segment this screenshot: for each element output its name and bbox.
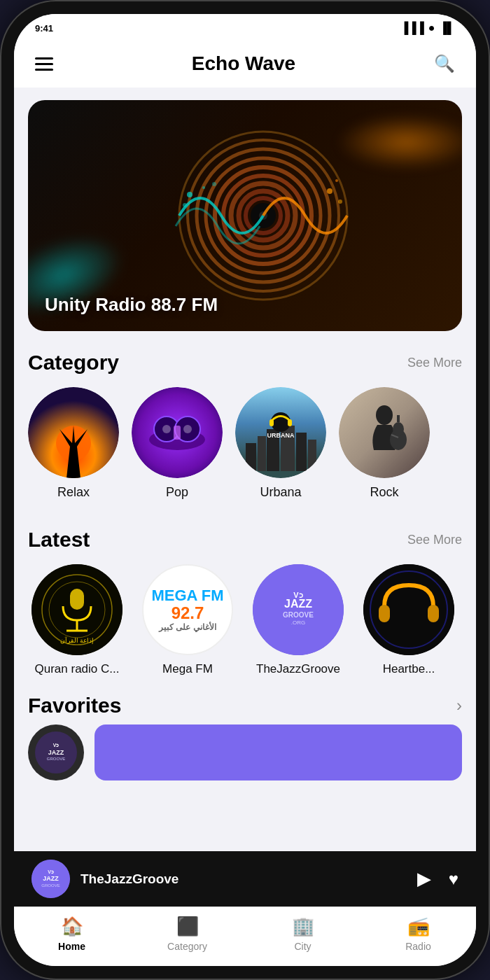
- hero-banner[interactable]: Unity Radio 88.7 FM: [28, 100, 462, 331]
- phone-frame: 9:41 ▐▐▐ ● ▐▌ Echo Wave 🔍: [0, 0, 490, 980]
- nav-item-city[interactable]: 🏢 City: [245, 916, 360, 952]
- category-item-relax[interactable]: Relax: [28, 387, 119, 500]
- nav-item-category[interactable]: ⬛ Category: [130, 916, 245, 952]
- category-section: Category See More: [14, 344, 476, 507]
- svg-point-13: [202, 186, 205, 189]
- status-bar: 9:41 ▐▐▐ ● ▐▌: [14, 14, 476, 42]
- hero-station-name: Unity Radio 88.7 FM: [45, 294, 218, 316]
- nav-label-home: Home: [58, 941, 85, 952]
- svg-point-43: [393, 422, 404, 436]
- status-icons: ▐▐▐ ● ▐▌: [400, 22, 455, 34]
- svg-point-14: [212, 182, 216, 186]
- svg-point-17: [335, 179, 338, 182]
- latest-header: Latest See More: [28, 528, 462, 552]
- latest-circle-quran: إذاعة القرآن: [31, 564, 122, 655]
- latest-label-heartbeat: Heartbe...: [360, 662, 458, 676]
- radio-icon: 📻: [407, 916, 430, 937]
- latest-item-heartbeat[interactable]: Heartbe...: [360, 564, 458, 676]
- svg-point-27: [183, 425, 192, 433]
- wifi-icon: ●: [428, 22, 435, 34]
- favorite-button[interactable]: ♥: [449, 869, 458, 889]
- now-playing-thumb: Vɔ JAZZ GROOVE: [31, 860, 70, 898]
- now-playing-bar: Vɔ JAZZ GROOVE TheJazzGroove ▶ ♥: [14, 851, 476, 906]
- svg-rect-30: [246, 443, 256, 471]
- svg-text:JAZZ: JAZZ: [284, 598, 312, 610]
- svg-rect-60: [428, 605, 439, 622]
- latest-row: إذاعة القرآن Quran radio C... MEGA FM 92…: [28, 564, 462, 683]
- svg-rect-38: [288, 419, 292, 426]
- search-button[interactable]: 🔍: [434, 54, 455, 74]
- favorites-preview: Vɔ JAZZ GROOVE: [14, 724, 476, 794]
- svg-text:URBANA: URBANA: [267, 432, 295, 439]
- svg-rect-34: [296, 433, 307, 471]
- favorites-title: Favorites: [28, 694, 121, 718]
- svg-rect-31: [258, 436, 266, 471]
- city-icon: 🏢: [292, 916, 314, 937]
- splash-orange: [336, 114, 462, 170]
- menu-button[interactable]: [35, 57, 53, 71]
- category-label-rock: Rock: [370, 485, 398, 500]
- app-title: Echo Wave: [192, 52, 295, 75]
- latest-see-more[interactable]: See More: [407, 533, 462, 547]
- nav-label-city: City: [294, 941, 311, 952]
- svg-rect-59: [379, 605, 390, 622]
- vinyl-art: [172, 125, 354, 307]
- svg-point-53: [253, 564, 344, 655]
- play-button[interactable]: ▶: [417, 868, 431, 890]
- mega-logo: MEGA FM 92.7 الأغاني على كبير: [151, 587, 223, 632]
- latest-circle-heartbeat: [363, 564, 454, 655]
- svg-rect-49: [70, 589, 84, 610]
- status-time: 9:41: [35, 23, 53, 34]
- favorites-header: Favorites ›: [14, 683, 476, 724]
- header: Echo Wave 🔍: [14, 42, 476, 88]
- svg-text:GROOVE: GROOVE: [283, 611, 314, 619]
- latest-label-jazz: TheJazzGroove: [249, 662, 347, 676]
- category-header: Category See More: [28, 351, 462, 374]
- svg-text:GROOVE: GROOVE: [47, 757, 65, 761]
- category-title: Category: [28, 351, 119, 374]
- svg-point-11: [187, 192, 192, 197]
- now-playing-station: TheJazzGroove: [80, 872, 407, 887]
- latest-label-quran: Quran radio C...: [28, 662, 126, 676]
- main-content: Unity Radio 88.7 FM Category See More: [14, 88, 476, 851]
- home-icon: 🏠: [61, 916, 83, 937]
- latest-title: Latest: [28, 528, 90, 552]
- latest-label-mega: Mega FM: [139, 662, 237, 676]
- bottom-nav: 🏠 Home ⬛ Category 🏢 City 📻 Radio: [14, 906, 476, 966]
- svg-text:JAZZ: JAZZ: [48, 749, 64, 756]
- latest-item-quran[interactable]: إذاعة القرآن Quran radio C...: [28, 564, 126, 676]
- menu-line-2: [35, 63, 53, 65]
- latest-item-jazz[interactable]: Vɔ JAZZ GROOVE .ORG TheJazzGroove: [249, 564, 347, 676]
- nav-item-radio[interactable]: 📻 Radio: [360, 916, 476, 952]
- svg-point-15: [327, 188, 332, 194]
- svg-text:Vɔ: Vɔ: [53, 743, 59, 748]
- category-item-urbana[interactable]: URBANA Urbana: [235, 387, 326, 500]
- category-icon: ⬛: [176, 916, 199, 937]
- menu-line-1: [35, 57, 53, 59]
- svg-text:GROOVE: GROOVE: [41, 883, 59, 888]
- category-item-rock[interactable]: Rock: [339, 387, 430, 500]
- nav-item-home[interactable]: 🏠 Home: [14, 916, 130, 952]
- svg-point-58: [363, 564, 454, 655]
- svg-text:JAZZ: JAZZ: [43, 875, 59, 882]
- svg-text:.ORG: .ORG: [291, 620, 305, 626]
- category-item-pop[interactable]: Pop: [132, 387, 223, 500]
- nav-label-radio: Radio: [405, 941, 431, 952]
- category-circle-urbana: URBANA: [235, 387, 326, 478]
- phone-screen: 9:41 ▐▐▐ ● ▐▌ Echo Wave 🔍: [14, 14, 476, 966]
- category-see-more[interactable]: See More: [407, 356, 462, 370]
- svg-text:إذاعة القرآن: إذاعة القرآن: [60, 636, 94, 645]
- battery-icon: ▐▌: [439, 22, 455, 34]
- svg-point-12: [183, 203, 187, 207]
- svg-point-16: [338, 200, 342, 204]
- fav-item-1[interactable]: Vɔ JAZZ GROOVE: [28, 724, 84, 780]
- latest-item-mega[interactable]: MEGA FM 92.7 الأغاني على كبير Mega FM: [139, 564, 237, 676]
- category-circle-rock: [339, 387, 430, 478]
- category-label-urbana: Urbana: [260, 485, 301, 500]
- fav-item-2[interactable]: [94, 724, 462, 780]
- latest-circle-jazz: Vɔ JAZZ GROOVE .ORG: [253, 564, 344, 655]
- favorites-chevron[interactable]: ›: [456, 696, 462, 715]
- category-label-relax: Relax: [57, 485, 90, 500]
- category-row: Relax: [28, 387, 462, 507]
- signal-icon: ▐▐▐: [400, 22, 424, 34]
